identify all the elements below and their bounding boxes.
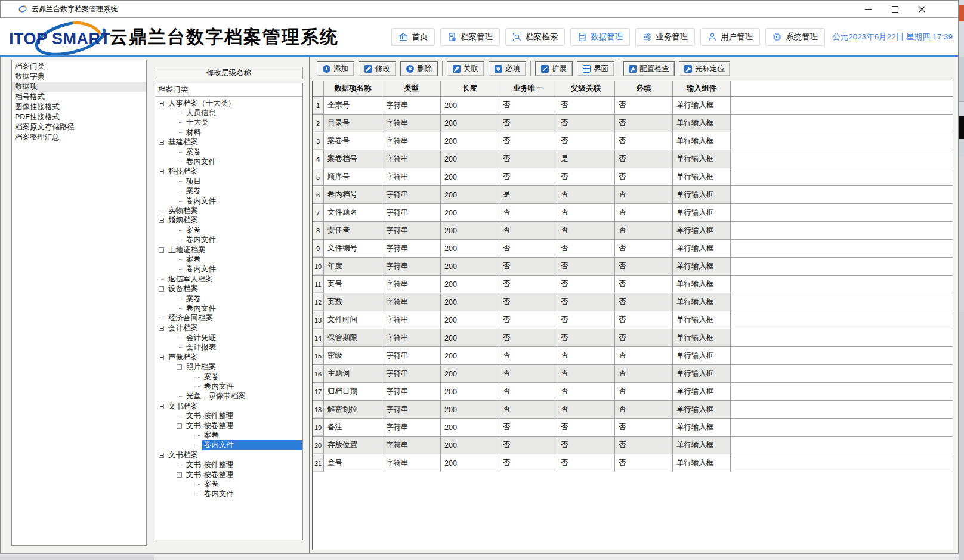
- table-cell[interactable]: 否: [499, 150, 557, 168]
- table-cell[interactable]: 单行输入框: [673, 437, 731, 454]
- table-cell[interactable]: 200: [441, 186, 499, 203]
- table-cell[interactable]: 否: [615, 204, 673, 221]
- row-number-cell[interactable]: 15: [313, 347, 324, 364]
- table-cell[interactable]: 单行输入框: [673, 150, 731, 168]
- table-row[interactable]: 3案卷号字符串200否否否单行输入框: [313, 132, 953, 150]
- table-cell[interactable]: 页数: [324, 293, 382, 311]
- table-cell[interactable]: 否: [499, 240, 557, 257]
- table-cell[interactable]: 否: [615, 401, 673, 418]
- table-cell[interactable]: 200: [441, 168, 499, 185]
- row-number-cell[interactable]: 21: [313, 454, 324, 472]
- nav-system-manage[interactable]: 系统管理: [765, 28, 825, 46]
- nav-data-manage[interactable]: 数据管理: [570, 28, 630, 46]
- tree-node[interactable]: 案卷: [155, 187, 302, 196]
- column-header[interactable]: 父级关联: [557, 81, 615, 96]
- delete-button[interactable]: ×删除: [400, 61, 438, 76]
- table-cell[interactable]: 单行输入框: [673, 365, 731, 382]
- table-cell[interactable]: 字符串: [382, 168, 441, 185]
- table-cell[interactable]: 否: [499, 293, 557, 311]
- row-number-cell[interactable]: 4: [313, 150, 324, 168]
- table-cell[interactable]: 否: [499, 97, 557, 114]
- table-cell[interactable]: 200: [441, 115, 499, 132]
- sidebar-item[interactable]: 档案门类: [12, 61, 146, 72]
- tree-collapse-icon[interactable]: [177, 364, 182, 370]
- table-cell[interactable]: 字符串: [382, 186, 441, 203]
- tree-node[interactable]: 婚姻档案: [155, 216, 302, 225]
- tree-node[interactable]: 土地证档案: [155, 245, 302, 255]
- table-cell[interactable]: 200: [441, 329, 499, 346]
- sidebar-item[interactable]: 档案整理汇总: [12, 132, 146, 143]
- table-row[interactable]: 11页号字符串200否否否单行输入框: [313, 276, 953, 293]
- table-cell[interactable]: 否: [615, 258, 673, 275]
- table-cell[interactable]: 否: [499, 401, 557, 418]
- table-cell[interactable]: 否: [499, 419, 557, 436]
- tree-node[interactable]: 文书-按卷整理: [155, 421, 302, 431]
- table-cell[interactable]: 否: [557, 347, 615, 364]
- table-cell[interactable]: 否: [499, 383, 557, 400]
- tree-node[interactable]: 科技档案: [155, 167, 302, 177]
- table-cell[interactable]: 字符串: [382, 329, 441, 346]
- tree-node[interactable]: 文书-按卷整理: [155, 470, 302, 479]
- table-row[interactable]: 8责任者字符串200否否否单行输入框: [313, 222, 953, 240]
- tree-node[interactable]: 十大类: [155, 118, 302, 128]
- table-cell[interactable]: 字符串: [382, 293, 441, 311]
- tree-node[interactable]: 案卷: [155, 255, 302, 264]
- table-cell[interactable]: 字符串: [382, 204, 441, 221]
- tree-collapse-icon[interactable]: [159, 218, 164, 223]
- table-cell[interactable]: 文件题名: [324, 204, 382, 221]
- table-cell[interactable]: 否: [499, 311, 557, 329]
- tree-collapse-icon[interactable]: [159, 169, 164, 174]
- table-cell[interactable]: 否: [499, 329, 557, 346]
- table-cell[interactable]: 单行输入框: [673, 258, 731, 275]
- row-number-cell[interactable]: 20: [313, 437, 324, 454]
- tree-node[interactable]: 会计档案: [155, 323, 302, 333]
- row-number-cell[interactable]: 12: [313, 293, 324, 311]
- table-cell[interactable]: 字符串: [382, 132, 441, 150]
- table-cell[interactable]: 单行输入框: [673, 186, 731, 203]
- table-cell[interactable]: 目录号: [324, 115, 382, 132]
- table-cell[interactable]: 200: [441, 293, 499, 311]
- table-cell[interactable]: 否: [615, 186, 673, 203]
- table-cell[interactable]: 解密划控: [324, 401, 382, 418]
- column-header[interactable]: 长度: [441, 81, 499, 96]
- tree-node[interactable]: 卷内文件: [155, 196, 302, 206]
- tree-node[interactable]: 设备档案: [155, 284, 302, 293]
- table-cell[interactable]: 否: [615, 115, 673, 132]
- tree-node[interactable]: 项目: [155, 177, 302, 186]
- table-cell[interactable]: 是: [499, 186, 557, 203]
- tree-collapse-icon[interactable]: [159, 355, 164, 360]
- table-cell[interactable]: 字符串: [382, 347, 441, 364]
- table-cell[interactable]: 否: [499, 222, 557, 239]
- table-cell[interactable]: 否: [557, 240, 615, 257]
- table-cell[interactable]: 否: [499, 347, 557, 364]
- close-button[interactable]: [909, 1, 935, 18]
- table-cell[interactable]: 否: [615, 276, 673, 293]
- table-cell[interactable]: 密级: [324, 347, 382, 364]
- table-cell[interactable]: 单行输入框: [673, 383, 731, 400]
- table-cell[interactable]: 200: [441, 132, 499, 150]
- table-cell[interactable]: 字符串: [382, 276, 441, 293]
- expand-button[interactable]: 扩展: [535, 61, 573, 76]
- nav-business-manage[interactable]: 业务管理: [635, 28, 695, 46]
- table-cell[interactable]: 单行输入框: [673, 276, 731, 293]
- column-header[interactable]: 必填: [615, 81, 673, 96]
- row-number-cell[interactable]: 18: [313, 401, 324, 418]
- table-cell[interactable]: 单行输入框: [673, 132, 731, 150]
- tree-node[interactable]: 人员信息: [155, 108, 302, 117]
- table-cell[interactable]: 200: [441, 258, 499, 275]
- table-cell[interactable]: 单行输入框: [673, 222, 731, 239]
- table-cell[interactable]: 否: [615, 454, 673, 472]
- table-cell[interactable]: 责任者: [324, 222, 382, 239]
- tree-node[interactable]: 文书-按件整理: [155, 460, 302, 469]
- table-cell[interactable]: 存放位置: [324, 437, 382, 454]
- tree-collapse-icon[interactable]: [159, 286, 164, 292]
- table-cell[interactable]: 字符串: [382, 437, 441, 454]
- tree-node[interactable]: 退伍军人档案: [155, 274, 302, 284]
- maximize-button[interactable]: [882, 1, 909, 18]
- table-row[interactable]: 13文件时间字符串200否否否单行输入框: [313, 311, 953, 329]
- table-cell[interactable]: 主题词: [324, 365, 382, 382]
- row-number-cell[interactable]: 6: [313, 186, 324, 203]
- table-cell[interactable]: 字符串: [382, 258, 441, 275]
- row-number-cell[interactable]: 17: [313, 383, 324, 400]
- table-cell[interactable]: 200: [441, 401, 499, 418]
